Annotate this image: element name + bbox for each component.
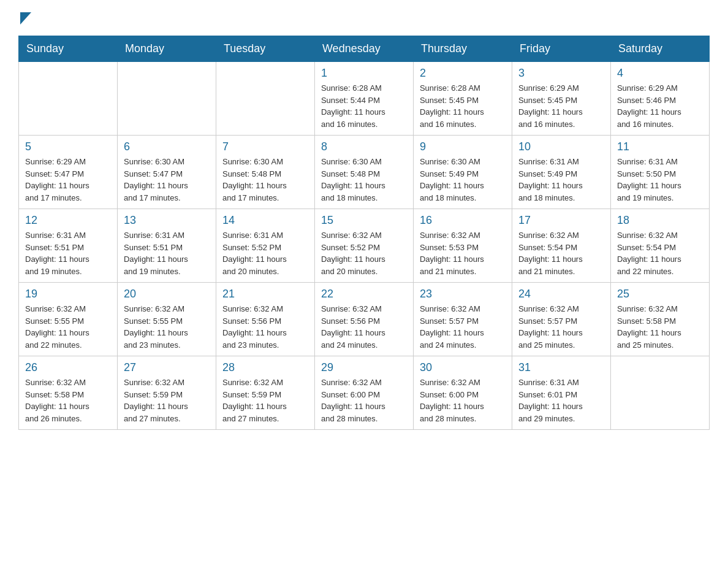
- day-number: 21: [222, 288, 308, 301]
- col-thursday: Thursday: [413, 36, 512, 62]
- day-number: 13: [124, 214, 210, 227]
- day-info: Sunrise: 6:32 AM Sunset: 5:54 PM Dayligh…: [518, 229, 604, 277]
- logo: [18, 12, 31, 25]
- table-row: 24Sunrise: 6:32 AM Sunset: 5:57 PM Dayli…: [512, 283, 610, 356]
- table-row: 22Sunrise: 6:32 AM Sunset: 5:56 PM Dayli…: [314, 283, 413, 356]
- day-info: Sunrise: 6:29 AM Sunset: 5:45 PM Dayligh…: [518, 82, 604, 130]
- table-row: 29Sunrise: 6:32 AM Sunset: 6:00 PM Dayli…: [314, 356, 413, 430]
- table-row: 30Sunrise: 6:32 AM Sunset: 6:00 PM Dayli…: [413, 356, 512, 430]
- day-number: 9: [420, 140, 506, 153]
- day-info: Sunrise: 6:32 AM Sunset: 5:53 PM Dayligh…: [420, 229, 506, 277]
- table-row: 1Sunrise: 6:28 AM Sunset: 5:44 PM Daylig…: [314, 62, 413, 136]
- col-monday: Monday: [117, 36, 216, 62]
- day-number: 3: [518, 67, 604, 80]
- day-number: 10: [518, 140, 604, 153]
- day-number: 12: [25, 214, 111, 227]
- page-header: [18, 12, 710, 25]
- day-number: 20: [124, 288, 210, 301]
- table-row: 4Sunrise: 6:29 AM Sunset: 5:46 PM Daylig…: [610, 62, 709, 136]
- table-row: [117, 62, 216, 136]
- day-info: Sunrise: 6:31 AM Sunset: 5:52 PM Dayligh…: [222, 229, 308, 277]
- col-friday: Friday: [512, 36, 610, 62]
- col-saturday: Saturday: [610, 36, 709, 62]
- table-row: [610, 356, 709, 430]
- table-row: 19Sunrise: 6:32 AM Sunset: 5:55 PM Dayli…: [19, 283, 118, 356]
- day-info: Sunrise: 6:32 AM Sunset: 5:55 PM Dayligh…: [25, 303, 111, 351]
- calendar-week-row: 12Sunrise: 6:31 AM Sunset: 5:51 PM Dayli…: [19, 209, 710, 283]
- table-row: 20Sunrise: 6:32 AM Sunset: 5:55 PM Dayli…: [117, 283, 216, 356]
- day-info: Sunrise: 6:32 AM Sunset: 5:52 PM Dayligh…: [321, 229, 407, 277]
- day-number: 27: [124, 361, 210, 374]
- day-number: 26: [25, 361, 111, 374]
- day-number: 6: [124, 140, 210, 153]
- day-info: Sunrise: 6:32 AM Sunset: 6:00 PM Dayligh…: [321, 377, 407, 424]
- day-info: Sunrise: 6:30 AM Sunset: 5:48 PM Dayligh…: [222, 156, 308, 204]
- day-info: Sunrise: 6:31 AM Sunset: 5:51 PM Dayligh…: [25, 229, 111, 277]
- table-row: 28Sunrise: 6:32 AM Sunset: 5:59 PM Dayli…: [216, 356, 314, 430]
- day-info: Sunrise: 6:32 AM Sunset: 6:00 PM Dayligh…: [420, 377, 506, 424]
- day-number: 16: [420, 214, 506, 227]
- day-info: Sunrise: 6:32 AM Sunset: 5:56 PM Dayligh…: [321, 303, 407, 351]
- day-info: Sunrise: 6:32 AM Sunset: 5:55 PM Dayligh…: [124, 303, 210, 351]
- day-number: 2: [420, 67, 506, 80]
- table-row: 13Sunrise: 6:31 AM Sunset: 5:51 PM Dayli…: [117, 209, 216, 283]
- day-info: Sunrise: 6:31 AM Sunset: 6:01 PM Dayligh…: [518, 377, 604, 424]
- table-row: [216, 62, 314, 136]
- day-info: Sunrise: 6:32 AM Sunset: 5:54 PM Dayligh…: [617, 229, 703, 277]
- day-number: 18: [617, 214, 703, 227]
- col-tuesday: Tuesday: [216, 36, 314, 62]
- day-info: Sunrise: 6:32 AM Sunset: 5:59 PM Dayligh…: [124, 377, 210, 424]
- day-number: 8: [321, 140, 407, 153]
- table-row: 21Sunrise: 6:32 AM Sunset: 5:56 PM Dayli…: [216, 283, 314, 356]
- day-number: 22: [321, 288, 407, 301]
- table-row: 23Sunrise: 6:32 AM Sunset: 5:57 PM Dayli…: [413, 283, 512, 356]
- table-row: 9Sunrise: 6:30 AM Sunset: 5:49 PM Daylig…: [413, 136, 512, 209]
- table-row: 7Sunrise: 6:30 AM Sunset: 5:48 PM Daylig…: [216, 136, 314, 209]
- day-info: Sunrise: 6:30 AM Sunset: 5:49 PM Dayligh…: [420, 156, 506, 204]
- day-number: 31: [518, 361, 604, 374]
- table-row: 25Sunrise: 6:32 AM Sunset: 5:58 PM Dayli…: [610, 283, 709, 356]
- calendar-week-row: 5Sunrise: 6:29 AM Sunset: 5:47 PM Daylig…: [19, 136, 710, 209]
- day-info: Sunrise: 6:28 AM Sunset: 5:45 PM Dayligh…: [420, 82, 506, 130]
- table-row: 27Sunrise: 6:32 AM Sunset: 5:59 PM Dayli…: [117, 356, 216, 430]
- day-info: Sunrise: 6:28 AM Sunset: 5:44 PM Dayligh…: [321, 82, 407, 130]
- table-row: 11Sunrise: 6:31 AM Sunset: 5:50 PM Dayli…: [610, 136, 709, 209]
- table-row: 16Sunrise: 6:32 AM Sunset: 5:53 PM Dayli…: [413, 209, 512, 283]
- day-number: 19: [25, 288, 111, 301]
- day-number: 11: [617, 140, 703, 153]
- day-number: 24: [518, 288, 604, 301]
- days-header-row: Sunday Monday Tuesday Wednesday Thursday…: [19, 36, 710, 62]
- day-info: Sunrise: 6:32 AM Sunset: 5:56 PM Dayligh…: [222, 303, 308, 351]
- table-row: 15Sunrise: 6:32 AM Sunset: 5:52 PM Dayli…: [314, 209, 413, 283]
- day-number: 17: [518, 214, 604, 227]
- table-row: 12Sunrise: 6:31 AM Sunset: 5:51 PM Dayli…: [19, 209, 118, 283]
- day-number: 23: [420, 288, 506, 301]
- col-wednesday: Wednesday: [314, 36, 413, 62]
- day-number: 14: [222, 214, 308, 227]
- day-info: Sunrise: 6:31 AM Sunset: 5:50 PM Dayligh…: [617, 156, 703, 204]
- day-info: Sunrise: 6:32 AM Sunset: 5:58 PM Dayligh…: [617, 303, 703, 351]
- table-row: 2Sunrise: 6:28 AM Sunset: 5:45 PM Daylig…: [413, 62, 512, 136]
- table-row: [19, 62, 118, 136]
- table-row: 6Sunrise: 6:30 AM Sunset: 5:47 PM Daylig…: [117, 136, 216, 209]
- day-info: Sunrise: 6:30 AM Sunset: 5:47 PM Dayligh…: [124, 156, 210, 204]
- table-row: 26Sunrise: 6:32 AM Sunset: 5:58 PM Dayli…: [19, 356, 118, 430]
- day-info: Sunrise: 6:30 AM Sunset: 5:48 PM Dayligh…: [321, 156, 407, 204]
- table-row: 8Sunrise: 6:30 AM Sunset: 5:48 PM Daylig…: [314, 136, 413, 209]
- calendar-week-row: 26Sunrise: 6:32 AM Sunset: 5:58 PM Dayli…: [19, 356, 710, 430]
- calendar-week-row: 1Sunrise: 6:28 AM Sunset: 5:44 PM Daylig…: [19, 62, 710, 136]
- table-row: 18Sunrise: 6:32 AM Sunset: 5:54 PM Dayli…: [610, 209, 709, 283]
- day-info: Sunrise: 6:29 AM Sunset: 5:46 PM Dayligh…: [617, 82, 703, 130]
- day-number: 1: [321, 67, 407, 80]
- day-info: Sunrise: 6:32 AM Sunset: 5:57 PM Dayligh…: [420, 303, 506, 351]
- calendar-table: Sunday Monday Tuesday Wednesday Thursday…: [18, 36, 710, 430]
- day-info: Sunrise: 6:32 AM Sunset: 5:59 PM Dayligh…: [222, 377, 308, 424]
- col-sunday: Sunday: [19, 36, 118, 62]
- day-number: 25: [617, 288, 703, 301]
- table-row: 5Sunrise: 6:29 AM Sunset: 5:47 PM Daylig…: [19, 136, 118, 209]
- day-number: 5: [25, 140, 111, 153]
- table-row: 14Sunrise: 6:31 AM Sunset: 5:52 PM Dayli…: [216, 209, 314, 283]
- calendar-week-row: 19Sunrise: 6:32 AM Sunset: 5:55 PM Dayli…: [19, 283, 710, 356]
- svg-marker-0: [20, 12, 31, 25]
- day-info: Sunrise: 6:29 AM Sunset: 5:47 PM Dayligh…: [25, 156, 111, 204]
